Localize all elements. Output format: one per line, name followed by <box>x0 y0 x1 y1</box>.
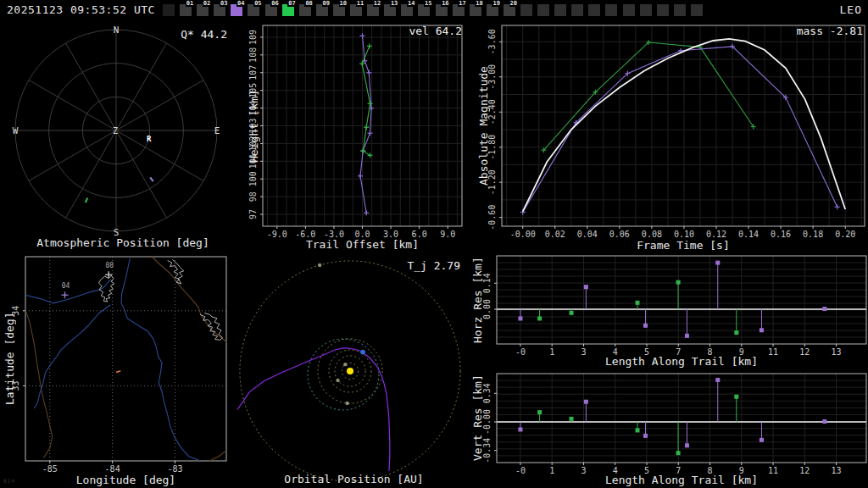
camera-slot-number: 13 <box>390 0 398 7</box>
svg-text:R: R <box>147 135 152 143</box>
camera-slot-box[interactable] <box>674 4 686 16</box>
trail-offset-plot: -9.0-6.0-3.00.03.06.09.09798100101102103… <box>246 20 470 251</box>
camera-slot[interactable]: 20 <box>501 0 518 20</box>
trail-offset-axis-label: Trail Offset [km] <box>263 238 462 251</box>
camera-slot-number: 09 <box>322 0 331 7</box>
camera-slot-number: 15 <box>424 0 432 7</box>
camera-slot[interactable] <box>654 0 671 20</box>
camera-slot[interactable] <box>535 0 552 20</box>
camera-slot-number: 04 <box>236 0 245 7</box>
vert-res-axis-label: Vert Res [km] <box>471 374 484 463</box>
atmospheric-position-panel: NSWEZR Q* 44.2 Atmospheric Position [deg… <box>0 20 246 251</box>
mode-label: LEO <box>840 3 862 16</box>
camera-slot-number: 10 <box>339 0 348 7</box>
residuals-panel: -013457891112130.000.14-01345789111213-0… <box>470 251 868 488</box>
camera-slot-number: 16 <box>441 0 449 7</box>
camera-slot-number: 06 <box>270 0 279 7</box>
camera-slot-box[interactable] <box>520 4 532 16</box>
svg-text:W: W <box>13 125 19 136</box>
camera-slot[interactable]: 19 <box>484 0 501 20</box>
camera-slot[interactable]: 04 <box>228 0 245 20</box>
fireball-monitor-app: 20251123 09:53:52 UTC 010203040506070809… <box>0 0 868 488</box>
camera-slot-box[interactable] <box>623 4 635 16</box>
camera-slot[interactable]: 08 <box>297 0 314 20</box>
camera-slot[interactable]: 01 <box>177 0 194 20</box>
residuals-plot: -013457891112130.000.14-01345789111213-0… <box>470 251 868 488</box>
camera-slot[interactable]: 10 <box>331 0 348 20</box>
camera-slot[interactable] <box>620 0 637 20</box>
camera-slot[interactable]: 03 <box>211 0 228 20</box>
camera-slot[interactable] <box>671 0 688 20</box>
camera-slot[interactable]: 09 <box>314 0 331 20</box>
svg-text:E: E <box>214 125 220 136</box>
orbital-position-panel: T_j 2.79 Orbital Position [AU] <box>237 251 470 488</box>
height-axis-label: Height [km] <box>248 25 260 226</box>
camera-slot[interactable]: 02 <box>194 0 211 20</box>
camera-slot-box[interactable] <box>640 4 652 16</box>
camera-slot-box[interactable] <box>691 4 703 16</box>
camera-slot[interactable]: 17 <box>450 0 467 20</box>
camera-slot-number: 20 <box>509 0 518 7</box>
camera-slot[interactable] <box>518 0 535 20</box>
camera-slot[interactable]: 12 <box>364 0 381 20</box>
camera-slot[interactable]: 16 <box>433 0 450 20</box>
camera-slot[interactable]: 05 <box>245 0 262 20</box>
camera-slot-number: 05 <box>253 0 262 7</box>
camera-slot-number: 12 <box>373 0 381 7</box>
camera-slot-number: 14 <box>407 0 415 7</box>
camera-slot-box[interactable] <box>537 4 549 16</box>
svg-text:-84: -84 <box>105 464 120 474</box>
svg-text:0.06: 0.06 <box>609 230 630 239</box>
svg-text:-85: -85 <box>42 464 58 474</box>
camera-slot[interactable]: 07 <box>280 0 297 20</box>
svg-text:0.18: 0.18 <box>803 230 823 239</box>
length-axis-label-1: Length Along Trail [km] <box>497 355 866 368</box>
svg-text:-83: -83 <box>167 464 182 474</box>
svg-text:08: 08 <box>105 262 114 269</box>
camera-slot[interactable]: 14 <box>398 0 415 20</box>
camera-slot-box[interactable] <box>571 4 583 16</box>
atmospheric-position-plot: NSWEZR <box>0 20 246 251</box>
polar-title: Atmospheric Position [deg] <box>0 236 246 249</box>
camera-slot-number: 19 <box>492 0 500 7</box>
svg-text:0.10: 0.10 <box>674 230 694 239</box>
light-curve-panel: -0.000.020.040.060.080.100.120.140.160.1… <box>470 20 868 251</box>
camera-slot-number: 03 <box>220 0 228 7</box>
camera-slot[interactable] <box>586 0 603 20</box>
svg-text:-0.00: -0.00 <box>510 230 536 239</box>
camera-slot-box[interactable] <box>605 4 617 16</box>
camera-slot[interactable]: 15 <box>415 0 432 20</box>
magnitude-axis-label: Absolute Magnitude <box>477 25 490 226</box>
svg-text:Z: Z <box>113 126 118 136</box>
utc-timestamp: 20251123 09:53:52 UTC <box>7 3 155 16</box>
camera-slot[interactable]: 13 <box>381 0 398 20</box>
orbit-title: Orbital Position [AU] <box>237 473 470 485</box>
camera-slot[interactable] <box>637 0 654 20</box>
camera-slot-box[interactable] <box>163 4 175 16</box>
camera-slot-number: 07 <box>287 0 296 7</box>
q-stat: Q* 44.2 <box>181 28 227 41</box>
camera-slot-box[interactable] <box>554 4 566 16</box>
camera-slot-number: 08 <box>304 0 313 7</box>
camera-slot[interactable]: 06 <box>263 0 280 20</box>
latitude-axis-label: Latitude [deg] <box>3 257 16 461</box>
camera-slot[interactable] <box>688 0 705 20</box>
camera-slot[interactable] <box>552 0 569 20</box>
longitude-axis-label: Longitude [deg] <box>25 474 226 486</box>
camera-slot[interactable]: 11 <box>348 0 364 20</box>
length-axis-label-2: Length Along Trail [km] <box>497 474 866 486</box>
camera-slot-strip: 0102030405060708091011121314151617181920 <box>160 0 705 20</box>
camera-slot[interactable] <box>160 0 177 20</box>
camera-slot[interactable] <box>603 0 620 20</box>
camera-slot-box[interactable] <box>588 4 600 16</box>
camera-slot[interactable]: 18 <box>467 0 484 20</box>
svg-text:04: 04 <box>62 282 70 290</box>
watermark: gju <box>3 477 15 483</box>
svg-text:0.12: 0.12 <box>706 230 726 239</box>
camera-slot-number: 17 <box>458 0 466 7</box>
svg-text:0.16: 0.16 <box>771 230 791 239</box>
svg-text:0.04: 0.04 <box>577 230 598 239</box>
camera-slot-box[interactable] <box>657 4 669 16</box>
camera-slot-number: 01 <box>186 0 194 7</box>
camera-slot[interactable] <box>569 0 586 20</box>
